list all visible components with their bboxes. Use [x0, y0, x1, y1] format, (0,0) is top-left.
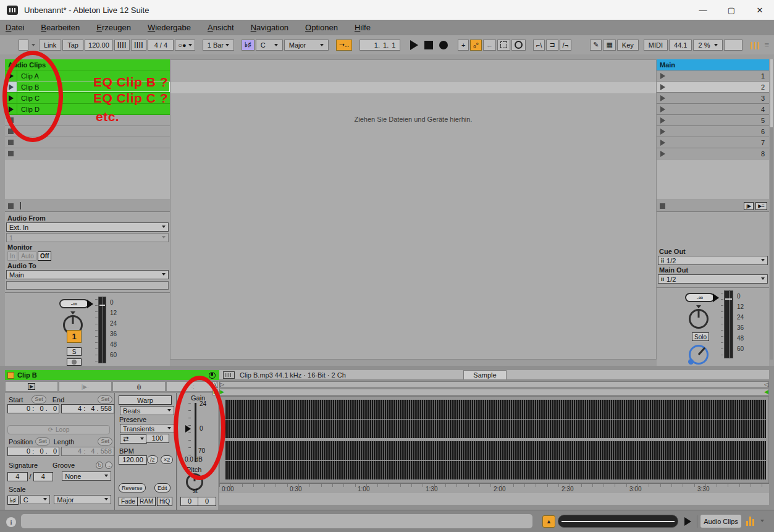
bpm-field[interactable]: 120.00: [119, 455, 147, 465]
clip-scale-root-select[interactable]: C: [20, 495, 51, 504]
length-value-field[interactable]: 4 : 4 . 558: [61, 447, 114, 456]
scene-row-5[interactable]: 5: [657, 115, 769, 126]
scene-play-icon[interactable]: [660, 151, 665, 157]
scene-play-icon[interactable]: [660, 129, 665, 135]
preserve-select[interactable]: Transients: [120, 424, 174, 433]
audio-from-channel-select[interactable]: 1: [6, 233, 169, 242]
menu-erzeugen[interactable]: Erzeugen: [96, 23, 131, 32]
transient-loop-mode-select[interactable]: ⇄: [120, 434, 147, 444]
clip-stop-icon[interactable]: [8, 117, 14, 123]
main-out-select[interactable]: ii1/2: [658, 274, 768, 284]
position-value-field[interactable]: 0 : 0 . 0: [7, 447, 59, 456]
pan-knob[interactable]: [689, 309, 709, 329]
warning-icon[interactable]: ▲: [542, 515, 555, 528]
warp-button[interactable]: Warp: [119, 395, 172, 405]
loop-marker-lane[interactable]: ▶◀: [219, 389, 769, 395]
punch-in-icon[interactable]: ⌐\: [533, 40, 545, 51]
preview-play-icon[interactable]: [684, 517, 691, 526]
tab-audio[interactable]: ı|ı: [112, 381, 166, 392]
save-default-clip-icon[interactable]: [209, 372, 216, 379]
groove-select[interactable]: None: [62, 471, 111, 481]
menu-ansicht[interactable]: Ansicht: [208, 23, 234, 32]
scene-row-1[interactable]: 1: [657, 70, 769, 82]
pitch-cents-field[interactable]: 0: [198, 497, 216, 506]
volume-fader-handle[interactable]: [713, 293, 719, 302]
link-button[interactable]: Link: [39, 40, 61, 51]
transient-envelope-field[interactable]: 100: [146, 434, 169, 443]
gain-fader-handle[interactable]: [185, 425, 191, 433]
chevron-down-icon[interactable]: [32, 44, 35, 46]
arrangement-position-field[interactable]: 1.1.1: [360, 40, 400, 51]
start-end-marker-lane[interactable]: ▷◁: [219, 381, 769, 388]
audio-from-select[interactable]: Ext. In: [6, 222, 169, 232]
scene-play-icon[interactable]: [660, 117, 665, 124]
double-tempo-button[interactable]: ×2: [161, 455, 173, 464]
track-activator-button[interactable]: 1: [67, 330, 82, 343]
info-icon[interactable]: i: [6, 517, 16, 527]
midi-map-button[interactable]: MIDI: [644, 40, 668, 51]
clip-slot-clip-c[interactable]: Clip C: [5, 93, 170, 104]
clip-play-icon[interactable]: [5, 104, 17, 114]
automation-arm-icon[interactable]: ₒ°: [470, 40, 482, 51]
clip-play-icon[interactable]: [5, 82, 17, 92]
scene-row-3[interactable]: 3: [657, 93, 769, 104]
volume-meter[interactable]: [98, 297, 106, 363]
follow-icon[interactable]: ➝‥: [336, 40, 353, 51]
clip-stop-icon[interactable]: [8, 140, 14, 145]
track-stop-row[interactable]: [5, 200, 170, 212]
quantization-menu[interactable]: 1 Bar: [203, 40, 234, 51]
menu-wiedergabe[interactable]: Wiedergabe: [148, 23, 191, 32]
clip-scale-icon[interactable]: ♭♯: [7, 496, 19, 505]
sig-numerator-field[interactable]: 4: [7, 472, 28, 481]
loop-button[interactable]: ⟳Loop: [7, 425, 110, 434]
maximize-icon[interactable]: ▢: [717, 0, 746, 20]
hiq-toggle[interactable]: HiQ: [157, 497, 172, 506]
cue-volume-knob[interactable]: [689, 345, 709, 365]
scene-row-8[interactable]: 8: [657, 148, 769, 159]
warp-mode-select[interactable]: Beats: [120, 406, 174, 415]
scale-mode-icon[interactable]: ♭♯: [242, 40, 254, 51]
session-scrollbar[interactable]: [770, 59, 773, 360]
menu-navigation[interactable]: Navigation: [251, 23, 288, 32]
set-end-button[interactable]: Set: [98, 395, 112, 403]
start-value-field[interactable]: 0 : 0 . 0: [7, 404, 59, 413]
half-tempo-button[interactable]: /2: [147, 455, 158, 464]
clip-stop-icon[interactable]: [8, 151, 14, 156]
chevron-down-icon[interactable]: [760, 520, 764, 522]
nudge-up-icon[interactable]: ||||: [131, 40, 146, 51]
fade-toggle[interactable]: Fade: [119, 497, 138, 506]
clip-stop-icon[interactable]: [8, 129, 14, 134]
reenable-automation-icon[interactable]: ←: [483, 40, 496, 51]
tab-sample[interactable]: Sample: [463, 370, 507, 379]
metronome-icon[interactable]: ○●: [175, 40, 195, 51]
reverse-button[interactable]: Reverse: [119, 483, 146, 492]
volume-display[interactable]: -∞: [685, 293, 715, 302]
edit-button[interactable]: Edit: [154, 483, 170, 492]
close-icon[interactable]: ✕: [746, 0, 774, 20]
record-icon[interactable]: [437, 40, 450, 51]
main-track-header[interactable]: Main: [657, 59, 769, 70]
overdub-plus-icon[interactable]: +: [458, 40, 469, 51]
tap-tempo-button[interactable]: Tap: [62, 40, 83, 51]
clip-color-swatch[interactable]: [7, 372, 14, 379]
audio-to-select[interactable]: Main: [6, 270, 169, 279]
volume-meter[interactable]: [724, 290, 733, 358]
clip-scale-mode-select[interactable]: Major: [54, 495, 111, 504]
punch-out-icon[interactable]: /¬: [560, 40, 571, 51]
clip-stop-icon[interactable]: [8, 203, 14, 209]
menu-optionen[interactable]: Optionen: [305, 23, 338, 32]
tab-clip[interactable]: ▶: [5, 381, 58, 392]
scale-root-menu[interactable]: C: [256, 40, 283, 51]
monitor-in-button[interactable]: In: [7, 251, 17, 261]
loop-handle-icon[interactable]: ▶: [212, 389, 218, 395]
stop-all-clips-row[interactable]: |▶ ▶≡: [657, 200, 769, 212]
sample-timeline[interactable]: 0:00 0:30 1:00 1:30 2:00 2:30 3:00 3:30: [219, 483, 769, 493]
scale-name-menu[interactable]: Major: [284, 40, 329, 51]
scene-play-icon[interactable]: [660, 95, 665, 101]
menu-datei[interactable]: Datei: [6, 23, 24, 32]
scene-play-icon[interactable]: [660, 106, 665, 112]
set-position-button[interactable]: Set: [35, 437, 50, 445]
clip-play-icon[interactable]: [5, 93, 17, 103]
session-record-icon[interactable]: [511, 40, 526, 51]
clip-slot-clip-b[interactable]: Clip B: [5, 82, 170, 93]
